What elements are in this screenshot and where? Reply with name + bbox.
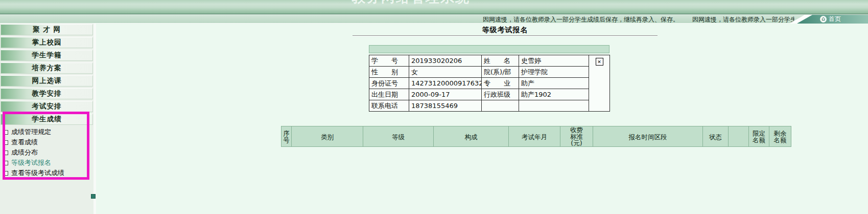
submenu-grade-rules[interactable]: 成绩管理规定: [1, 127, 93, 137]
submenu-level-exam-registration[interactable]: 等级考试报名: [1, 158, 93, 168]
checkbox-bullet-icon: [4, 161, 8, 165]
column-header-composition: 构成: [434, 126, 509, 147]
column-header-level: 等级: [363, 126, 434, 147]
exam-registration-table: 序号 类别 等级 构成 考试年月 收费标准(元) 报名时间区段 状态 限定名额 …: [281, 126, 791, 147]
page: 教务网络管理系统 因网速慢，请各位教师录入一部分学生成绩后保存，继续再录入、保存…: [0, 0, 868, 214]
student-table-header-band: [369, 45, 609, 53]
column-header-registration-period: 报名时间区段: [593, 126, 703, 147]
checkbox-bullet-icon: [4, 140, 8, 145]
sidebar-item-exam-schedule[interactable]: 考试安排: [1, 101, 93, 112]
title-rule: [353, 35, 658, 36]
broken-image-icon: ✕: [596, 58, 603, 66]
field-label-birth-date: 出生日期: [369, 89, 409, 100]
field-label-major: 专 业: [482, 78, 519, 89]
field-label-gender: 性 别: [369, 67, 409, 78]
column-header-quota-limit: 限定名额: [749, 126, 769, 147]
field-label-id-number: 身份证号: [369, 78, 409, 89]
submenu-grade-distribution[interactable]: 成绩分布: [1, 147, 93, 158]
field-label-department: 院(系)/部: [482, 67, 519, 78]
table-row: 性 别 女 院(系)/部 护理学院: [369, 67, 610, 78]
submenu-view-grades[interactable]: 查看成绩: [1, 137, 93, 147]
sidebar-item-training-plan[interactable]: 培养方案: [1, 62, 93, 74]
field-value-student-id: 201933020206: [409, 55, 482, 67]
sidebar-menu: 聚 才 网 掌上校园 学生学籍 培养方案 网上选课 教学安排 考试安排 学生成绩: [1, 24, 93, 125]
page-title: 等级考试报名: [353, 26, 658, 35]
field-value-phone: 18738155469: [409, 100, 482, 112]
field-label-student-id: 学 号: [369, 55, 409, 67]
field-label-phone: 联系电话: [369, 100, 409, 112]
submenu-label: 成绩分布: [11, 148, 38, 157]
field-label-name: 姓 名: [482, 55, 519, 67]
sidebar-item-teaching-schedule[interactable]: 教学安排: [1, 88, 93, 99]
table-row: 学 号 201933020206 姓 名 史雪婷 ✕: [369, 55, 610, 67]
column-header-category: 类别: [292, 126, 363, 147]
table-row: 身份证号 142731200009176320 专 业 助产: [369, 78, 610, 89]
column-header-exam-month: 考试年月: [509, 126, 560, 147]
frame-scroll-handle[interactable]: [91, 194, 96, 199]
submenu-label: 查看等级考试成绩: [11, 168, 64, 178]
marquee-text: 因网速慢，请各位教师录入一部分学生成绩后保存，继续再录入、保存。: [483, 16, 679, 23]
checkbox-bullet-icon: [4, 130, 8, 135]
field-value-gender: 女: [409, 67, 482, 78]
field-value-department: 护理学院: [519, 67, 589, 78]
sidebar-item-course-selection[interactable]: 网上选课: [1, 75, 93, 87]
checkbox-bullet-icon: [4, 151, 8, 155]
sidebar-item-student-status[interactable]: 学生学籍: [1, 50, 93, 61]
banner-partial-title: 教务网络管理系统: [351, 0, 470, 7]
field-label-class: 行政班级: [482, 89, 519, 100]
sidebar-item-jucai-net[interactable]: 聚 才 网: [1, 24, 93, 35]
column-header-fee: 收费标准(元): [560, 126, 593, 147]
column-header-quota-remaining: 剩余名额: [769, 126, 791, 147]
submenu-label: 查看成绩: [11, 138, 38, 147]
checkbox-bullet-icon: [4, 171, 8, 176]
column-header-index: 序号: [281, 126, 292, 147]
marquee-text-repeat: 因网速慢，请各位教师录入一部分学生成绩后保存，继续再录入、保存。: [692, 16, 794, 23]
sidebar-item-student-grades[interactable]: 学生成绩: [1, 114, 93, 125]
field-value-major: 助产: [519, 78, 589, 89]
exam-table-header-row: 序号 类别 等级 构成 考试年月 收费标准(元) 报名时间区段 状态 限定名额 …: [281, 126, 791, 147]
field-value-birth-date: 2000-09-17: [409, 89, 482, 100]
notice-marquee: 因网速慢，请各位教师录入一部分学生成绩后保存，继续再录入、保存。因网速慢，请各位…: [483, 15, 794, 23]
home-label: 首页: [829, 15, 841, 24]
sidebar-item-mobile-campus[interactable]: 掌上校园: [1, 37, 93, 48]
table-row: 联系电话 18738155469: [369, 100, 610, 112]
field-value-class: 助产1902: [519, 89, 589, 100]
column-header-status: 状态: [703, 126, 729, 147]
field-value-id-number: 142731200009176320: [409, 78, 482, 89]
field-value-empty: [519, 100, 589, 112]
submenu-view-level-exam-grades[interactable]: 查看等级考试成绩: [1, 168, 93, 178]
submenu-label: 成绩管理规定: [11, 127, 51, 137]
home-button[interactable]: ⌂ 首页: [789, 15, 868, 24]
notice-bar: 因网速慢，请各位教师录入一部分学生成绩后保存，继续再录入、保存。因网速慢，请各位…: [0, 15, 868, 24]
submenu-label: 等级考试报名: [11, 158, 51, 167]
sidebar-divider: [93, 24, 96, 214]
sidebar-submenu: 成绩管理规定 查看成绩 成绩分布 等级考试报名 查看等级考试成绩: [1, 127, 93, 178]
top-banner: 教务网络管理系统: [0, 0, 868, 14]
field-label-empty: [482, 100, 519, 112]
student-photo-cell: ✕: [589, 55, 610, 112]
table-row: 出生日期 2000-09-17 行政班级 助产1902: [369, 89, 610, 100]
column-header-blank: [729, 126, 749, 147]
home-icon: ⌂: [820, 16, 827, 23]
field-value-name: 史雪婷: [519, 55, 589, 67]
student-info-table: 学 号 201933020206 姓 名 史雪婷 ✕ 性 别 女 院(系)/部 …: [369, 55, 610, 112]
